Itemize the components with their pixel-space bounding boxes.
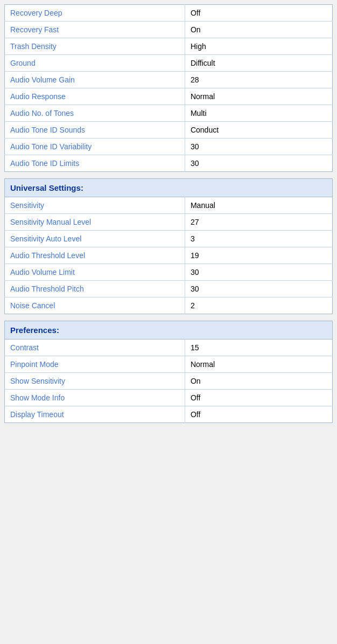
table-row: Sensitivity Auto Level 3 [5, 231, 333, 247]
page-container: Recovery Deep Off Recovery Fast On Trash… [0, 0, 337, 434]
row-value: 30 [185, 155, 332, 172]
row-label: Audio Tone ID Variability [5, 139, 185, 155]
table-row: Noise Cancel 2 [5, 297, 333, 314]
table-row: Audio Response Normal [5, 88, 333, 105]
row-label: Audio Threshold Pitch [5, 281, 185, 297]
row-value: Multi [185, 105, 332, 122]
row-value: On [185, 373, 332, 390]
table-row: Audio Threshold Level 19 [5, 247, 333, 264]
row-value: Off [185, 406, 332, 423]
table-row: Recovery Deep Off [5, 5, 333, 22]
table-row: Ground Difficult [5, 55, 333, 72]
row-label: Display Timeout [5, 406, 185, 423]
row-label: Audio Tone ID Limits [5, 155, 185, 172]
table-row: Audio Volume Limit 30 [5, 264, 333, 281]
top-section: Recovery Deep Off Recovery Fast On Trash… [4, 4, 333, 172]
row-value: Off [185, 5, 332, 22]
section-preferences: Preferences: Contrast 15 Pinpoint Mode N… [4, 321, 333, 423]
table-row: Audio Threshold Pitch 30 [5, 281, 333, 297]
row-label: Sensitivity [5, 197, 185, 214]
row-label: Ground [5, 55, 185, 72]
table-row: Audio Tone ID Variability 30 [5, 139, 333, 155]
table-row: Audio Tone ID Limits 30 [5, 155, 333, 172]
row-label: Contrast [5, 340, 185, 356]
row-label: Pinpoint Mode [5, 356, 185, 373]
row-label: Audio Threshold Level [5, 247, 185, 264]
section-universal: Universal Settings: Sensitivity Manual S… [4, 178, 333, 314]
row-label: Audio Volume Gain [5, 72, 185, 88]
row-label: Audio Tone ID Sounds [5, 122, 185, 139]
row-label: Trash Density [5, 38, 185, 55]
section-header-preferences: Preferences: [4, 321, 333, 339]
table-row: Contrast 15 [5, 340, 333, 356]
row-label: Audio No. of Tones [5, 105, 185, 122]
row-value: Normal [185, 356, 332, 373]
row-value: Difficult [185, 55, 332, 72]
row-label: Show Mode Info [5, 390, 185, 406]
row-label: Audio Volume Limit [5, 264, 185, 281]
table-row: Trash Density High [5, 38, 333, 55]
row-label: Recovery Deep [5, 5, 185, 22]
table-row: Show Sensitivity On [5, 373, 333, 390]
row-value: 2 [185, 297, 332, 314]
table-row: Show Mode Info Off [5, 390, 333, 406]
settings-table-preferences: Contrast 15 Pinpoint Mode Normal Show Se… [4, 339, 333, 423]
table-row: Sensitivity Manual [5, 197, 333, 214]
table-row: Recovery Fast On [5, 22, 333, 38]
row-value: 19 [185, 247, 332, 264]
row-value: High [185, 38, 332, 55]
row-value: Off [185, 390, 332, 406]
row-value: Conduct [185, 122, 332, 139]
row-label: Recovery Fast [5, 22, 185, 38]
section-header-universal: Universal Settings: [4, 178, 333, 197]
row-value: 30 [185, 139, 332, 155]
table-row: Audio Tone ID Sounds Conduct [5, 122, 333, 139]
row-value: 27 [185, 214, 332, 231]
row-value: 28 [185, 72, 332, 88]
row-value: 15 [185, 340, 332, 356]
settings-table-universal: Sensitivity Manual Sensitivity Manual Le… [4, 197, 333, 314]
row-label: Sensitivity Manual Level [5, 214, 185, 231]
table-row: Audio No. of Tones Multi [5, 105, 333, 122]
row-label: Sensitivity Auto Level [5, 231, 185, 247]
row-label: Noise Cancel [5, 297, 185, 314]
table-row: Audio Volume Gain 28 [5, 72, 333, 88]
table-row: Sensitivity Manual Level 27 [5, 214, 333, 231]
table-row: Pinpoint Mode Normal [5, 356, 333, 373]
table-row: Display Timeout Off [5, 406, 333, 423]
row-value: 3 [185, 231, 332, 247]
row-value: On [185, 22, 332, 38]
row-label: Show Sensitivity [5, 373, 185, 390]
row-value: Normal [185, 88, 332, 105]
row-label: Audio Response [5, 88, 185, 105]
row-value: 30 [185, 281, 332, 297]
row-value: 30 [185, 264, 332, 281]
row-value: Manual [185, 197, 332, 214]
top-table: Recovery Deep Off Recovery Fast On Trash… [4, 4, 333, 172]
